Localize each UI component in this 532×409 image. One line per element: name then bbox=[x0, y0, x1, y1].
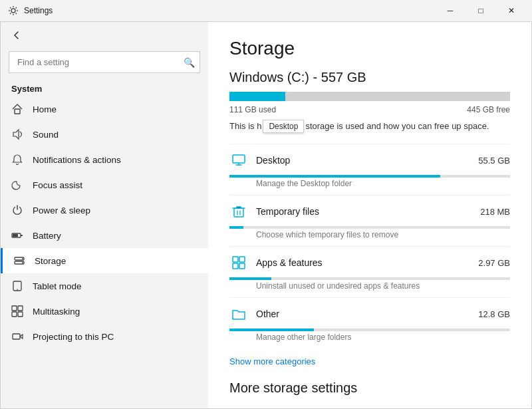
storage-items-container: Desktop 55.5 GB Manage the Desktop folde… bbox=[229, 144, 510, 348]
main-content: Storage Windows (C:) - 557 GB 111 GB use… bbox=[208, 22, 531, 408]
sidebar-item-multitasking[interactable]: Multitasking bbox=[1, 299, 208, 324]
svg-rect-1 bbox=[15, 109, 20, 114]
storage-item-size: 218 MB bbox=[480, 207, 510, 217]
storage-item-size: 12.8 GB bbox=[478, 309, 510, 319]
storage-item-row: Other 12.8 GB bbox=[229, 305, 510, 323]
storage-labels: 111 GB used 445 GB free bbox=[229, 105, 510, 114]
storage-item-row: Apps & features 2.97 GB bbox=[229, 253, 510, 272]
svg-rect-19 bbox=[233, 257, 238, 262]
sidebar: 🔍 System Home Sound Notifications & acti… bbox=[1, 22, 208, 408]
trash-icon bbox=[229, 202, 248, 221]
sidebar-item-battery[interactable]: Battery bbox=[1, 223, 208, 248]
storage-item-bar-fill bbox=[229, 277, 271, 280]
title-bar-title: Settings bbox=[24, 6, 53, 15]
title-bar-controls: ─ □ ✕ bbox=[435, 0, 527, 21]
home-icon bbox=[11, 103, 23, 115]
svg-rect-15 bbox=[18, 312, 23, 317]
moon-icon bbox=[11, 179, 23, 191]
close-button[interactable]: ✕ bbox=[496, 0, 527, 21]
section-label: System bbox=[1, 78, 208, 96]
battery-icon bbox=[11, 229, 23, 241]
storage-item-apps[interactable]: Apps & features 2.97 GB Uninstall unused… bbox=[229, 246, 510, 297]
storage-bar-fill bbox=[229, 92, 285, 101]
svg-rect-18 bbox=[234, 208, 243, 217]
storage-bar-container bbox=[229, 92, 510, 101]
svg-rect-4 bbox=[21, 235, 23, 236]
settings-icon bbox=[8, 5, 19, 16]
storage-item-bar bbox=[229, 329, 510, 331]
sidebar-item-label: Notifications & actions bbox=[33, 155, 121, 165]
tooltip-badge: Desktop bbox=[263, 120, 304, 133]
svg-rect-12 bbox=[12, 306, 17, 311]
sidebar-item-home[interactable]: Home bbox=[1, 96, 208, 122]
more-settings-title: More storage settings bbox=[229, 380, 510, 396]
sidebar-item-label: Tablet mode bbox=[33, 281, 82, 291]
sidebar-item-storage[interactable]: Storage bbox=[1, 248, 208, 273]
folder-icon bbox=[229, 305, 248, 323]
storage-item-desc: Manage other large folders bbox=[256, 333, 510, 342]
sidebar-item-label: Home bbox=[33, 104, 57, 114]
free-label: 445 GB free bbox=[467, 105, 510, 114]
back-button[interactable] bbox=[1, 22, 208, 49]
sidebar-item-label: Storage bbox=[35, 256, 66, 266]
storage-item-bar bbox=[229, 277, 510, 280]
title-bar-left: Settings bbox=[8, 5, 53, 16]
storage-icon bbox=[13, 255, 25, 267]
minimize-button[interactable]: ─ bbox=[435, 0, 466, 21]
storage-item-name: Desktop bbox=[256, 155, 470, 166]
storage-item-name: Other bbox=[256, 309, 470, 319]
storage-item-temp[interactable]: Temporary files 218 MB Choose which temp… bbox=[229, 195, 510, 246]
storage-item-size: 2.97 GB bbox=[478, 258, 510, 268]
storage-item-size: 55.5 GB bbox=[478, 156, 510, 166]
show-more-link[interactable]: Show more categories bbox=[229, 356, 315, 366]
storage-item-name: Temporary files bbox=[256, 206, 472, 217]
sidebar-item-label: Multitasking bbox=[33, 307, 80, 317]
svg-rect-5 bbox=[13, 234, 18, 237]
storage-item-bar-fill bbox=[229, 329, 314, 331]
power-icon bbox=[11, 204, 23, 216]
svg-rect-13 bbox=[18, 306, 23, 311]
svg-point-11 bbox=[17, 289, 18, 290]
storage-item-desc: Uninstall unused or undesired apps & fea… bbox=[256, 281, 510, 291]
svg-rect-22 bbox=[239, 263, 245, 269]
svg-rect-17 bbox=[233, 155, 245, 163]
used-label: 111 GB used bbox=[229, 105, 276, 114]
svg-marker-2 bbox=[13, 130, 19, 139]
sidebar-item-notifications[interactable]: Notifications & actions bbox=[1, 147, 208, 172]
storage-item-bar bbox=[229, 175, 510, 178]
page-title: Storage bbox=[229, 38, 510, 59]
title-bar: Settings ─ □ ✕ bbox=[0, 0, 532, 21]
storage-item-bar-fill bbox=[229, 226, 243, 229]
sidebar-item-label: Sound bbox=[33, 130, 59, 140]
sidebar-nav: Home Sound Notifications & actions Focus… bbox=[1, 96, 208, 349]
sidebar-item-tablet[interactable]: Tablet mode bbox=[1, 273, 208, 299]
svg-point-0 bbox=[11, 9, 15, 13]
storage-item-desc: Choose which temporary files to remove bbox=[256, 230, 510, 239]
sidebar-item-label: Battery bbox=[33, 231, 61, 241]
search-container: 🔍 bbox=[9, 51, 200, 73]
app-body: 🔍 System Home Sound Notifications & acti… bbox=[0, 21, 532, 409]
sidebar-item-power[interactable]: Power & sleep bbox=[1, 198, 208, 223]
maximize-button[interactable]: □ bbox=[466, 0, 496, 21]
storage-item-row: Desktop 55.5 GB bbox=[229, 151, 510, 170]
sidebar-item-label: Power & sleep bbox=[33, 205, 90, 215]
sound-icon bbox=[11, 128, 23, 140]
desc-after: storage is used and how you can free up … bbox=[305, 121, 489, 131]
sidebar-item-projecting[interactable]: Projecting to this PC bbox=[1, 324, 208, 349]
storage-item-name: Apps & features bbox=[256, 257, 470, 268]
sidebar-item-label: Projecting to this PC bbox=[33, 332, 114, 342]
sidebar-item-focus[interactable]: Focus assist bbox=[1, 172, 208, 198]
bell-icon bbox=[11, 154, 23, 166]
project-icon bbox=[11, 331, 23, 342]
apps-icon bbox=[229, 253, 248, 272]
storage-item-bar bbox=[229, 226, 510, 229]
storage-item-desktop[interactable]: Desktop 55.5 GB Manage the Desktop folde… bbox=[229, 144, 510, 195]
svg-point-9 bbox=[22, 262, 23, 263]
sidebar-item-sound[interactable]: Sound bbox=[1, 122, 208, 147]
search-input[interactable] bbox=[9, 51, 200, 73]
storage-item-other[interactable]: Other 12.8 GB Manage other large folders bbox=[229, 297, 510, 348]
svg-rect-14 bbox=[12, 312, 17, 317]
storage-item-desc: Manage the Desktop folder bbox=[256, 179, 510, 188]
drive-title: Windows (C:) - 557 GB bbox=[229, 70, 510, 85]
search-icon: 🔍 bbox=[184, 57, 195, 68]
